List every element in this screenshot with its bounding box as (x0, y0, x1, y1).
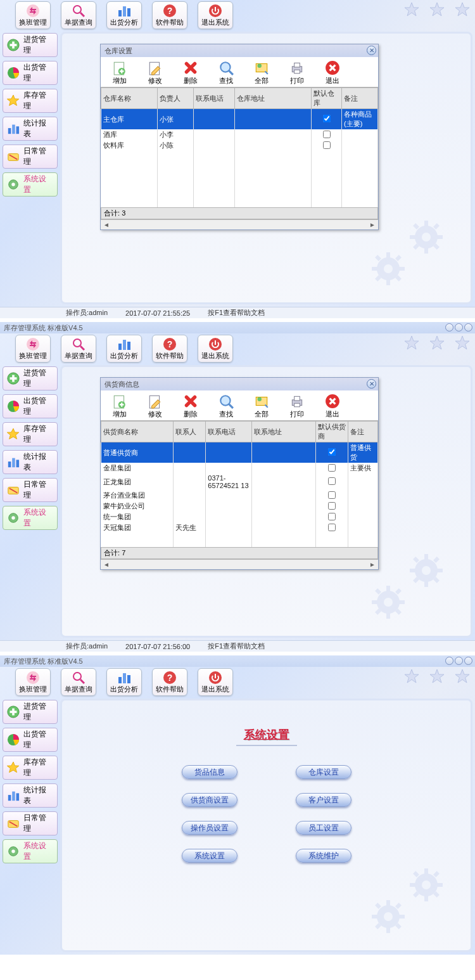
sidebar-item-stock[interactable]: 库存管理 (3, 422, 58, 446)
toolbar-doc-query[interactable]: 单据查询 (61, 335, 96, 363)
sidebar-item-report[interactable]: 统计报表 (3, 450, 58, 474)
warehouse-table[interactable]: 仓库名称负责人联系电话仓库地址默认仓库备注主仓库小张各种商品(主要)酒库小李饮料… (101, 87, 378, 207)
sidebar-item-inbound[interactable]: 进货管理 (3, 366, 58, 390)
dialog-tool-del[interactable]: 删除 (177, 393, 205, 419)
close-button[interactable] (464, 657, 472, 665)
settings-btn-operator-set[interactable]: 操作员设置 (182, 821, 238, 835)
column-header[interactable]: 联系电话 (206, 422, 252, 442)
column-header[interactable]: 联系地址 (252, 422, 316, 442)
column-header[interactable]: 负责人 (157, 88, 193, 109)
maximize-button[interactable] (455, 657, 463, 665)
sidebar-item-outbound[interactable]: 出货管理 (3, 728, 58, 752)
dialog-tool-add[interactable]: 增加 (106, 60, 134, 86)
sidebar-item-daily[interactable]: 日常管理 (3, 145, 58, 169)
sidebar-item-inbound[interactable]: 进货管理 (3, 33, 58, 57)
dialog-tool-find[interactable]: 查找 (212, 60, 240, 86)
default-checkbox[interactable] (328, 448, 336, 456)
table-row[interactable]: 普通供货商普通供货 (101, 442, 378, 463)
dialog-close-button[interactable]: ✕ (367, 46, 376, 55)
default-checkbox[interactable] (328, 464, 336, 472)
toolbar-exit[interactable]: 退出系统 (198, 1, 233, 29)
column-header[interactable]: 仓库名称 (101, 88, 158, 109)
default-checkbox[interactable] (328, 513, 336, 520)
dialog-tool-find[interactable]: 查找 (212, 393, 240, 419)
minimize-button[interactable] (445, 323, 453, 332)
sidebar-item-report[interactable]: 统计报表 (3, 783, 58, 808)
toolbar-exit[interactable]: 退出系统 (198, 668, 233, 696)
sidebar-item-outbound[interactable]: 出货管理 (3, 394, 58, 418)
table-row[interactable]: 主仓库小张各种商品(主要) (101, 109, 378, 130)
toolbar-doc-query[interactable]: 单据查询 (61, 1, 96, 29)
settings-btn-goods-info[interactable]: 货品信息 (182, 765, 238, 779)
sidebar-item-daily[interactable]: 日常管理 (3, 811, 58, 835)
supplier-table[interactable]: 供货商名称联系人联系电话联系地址默认供货商备注普通供货商普通供货金星集团主要供正… (101, 420, 378, 547)
default-checkbox[interactable] (323, 141, 331, 149)
sidebar-item-daily[interactable]: 日常管理 (3, 478, 58, 502)
dialog-tool-all[interactable]: 全部 (248, 393, 276, 419)
sidebar-item-system-settings[interactable]: 系统设置 (3, 172, 58, 197)
toolbar-shift-mgmt[interactable]: 换班管理 (15, 668, 51, 696)
column-header[interactable]: 联系电话 (193, 88, 235, 109)
horizontal-scrollbar[interactable]: ◄► (101, 559, 378, 569)
table-row[interactable]: 茅台酒业集团 (101, 490, 378, 501)
default-checkbox[interactable] (328, 502, 336, 510)
default-checkbox[interactable] (328, 491, 336, 499)
toolbar-ship-analysis[interactable]: 出货分析 (106, 1, 142, 29)
table-row[interactable]: 酒库小李 (101, 129, 378, 140)
close-button[interactable] (464, 323, 472, 332)
table-row[interactable]: 蒙牛奶业公司 (101, 501, 378, 512)
settings-btn-warehouse-set[interactable]: 仓库设置 (296, 765, 352, 779)
table-row[interactable]: 天冠集团天先生 (101, 522, 378, 533)
column-header[interactable]: 供货商名称 (101, 422, 174, 442)
column-header[interactable]: 默认仓库 (312, 88, 342, 109)
sidebar-item-inbound[interactable]: 进货管理 (3, 700, 58, 724)
toolbar-help[interactable]: 软件帮助 (152, 335, 187, 363)
toolbar-ship-analysis[interactable]: 出货分析 (106, 335, 142, 363)
maximize-button[interactable] (455, 323, 463, 332)
table-row[interactable]: 饮料库小陈 (101, 140, 378, 151)
toolbar-doc-query[interactable]: 单据查询 (61, 668, 96, 696)
column-header[interactable]: 联系人 (174, 422, 206, 442)
dialog-tool-print[interactable]: 打印 (283, 393, 311, 419)
sidebar-item-stock[interactable]: 库存管理 (3, 89, 58, 113)
default-checkbox[interactable] (323, 131, 331, 138)
toolbar-shift-mgmt[interactable]: 换班管理 (15, 1, 51, 29)
dialog-tool-add[interactable]: 增加 (106, 393, 134, 419)
dialog-tool-all[interactable]: 全部 (248, 60, 276, 86)
settings-btn-system-maint[interactable]: 系统维护 (296, 849, 352, 863)
settings-btn-system-set[interactable]: 系统设置 (182, 849, 238, 863)
dialog-tool-close[interactable]: 退出 (319, 393, 346, 419)
toolbar-shift-mgmt[interactable]: 换班管理 (15, 335, 51, 363)
sidebar-item-system-settings[interactable]: 系统设置 (3, 506, 58, 530)
column-header[interactable]: 备注 (348, 422, 378, 442)
dialog-tool-del[interactable]: 删除 (177, 60, 205, 86)
sidebar-item-stock[interactable]: 库存管理 (3, 756, 58, 780)
settings-btn-staff-set[interactable]: 员工设置 (296, 821, 352, 835)
column-header[interactable]: 仓库地址 (235, 88, 312, 109)
settings-btn-customer-set[interactable]: 客户设置 (296, 793, 352, 807)
settings-btn-supplier-set[interactable]: 供货商设置 (182, 793, 238, 807)
default-checkbox[interactable] (323, 115, 331, 122)
table-row[interactable]: 金星集团主要供 (101, 463, 378, 474)
column-header[interactable]: 备注 (342, 88, 378, 109)
sidebar-item-system-settings[interactable]: 系统设置 (3, 839, 58, 863)
dialog-tool-edit[interactable]: 修改 (141, 393, 169, 419)
dialog-tool-close[interactable]: 退出 (319, 60, 346, 86)
exit-icon (208, 671, 222, 685)
sidebar-item-outbound[interactable]: 出货管理 (3, 61, 58, 85)
table-row[interactable]: 正龙集团0371-65724521 13 (101, 474, 378, 490)
default-checkbox[interactable] (328, 477, 336, 485)
default-checkbox[interactable] (328, 524, 336, 531)
toolbar-help[interactable]: 软件帮助 (152, 1, 187, 29)
toolbar-ship-analysis[interactable]: 出货分析 (106, 668, 142, 696)
toolbar-help[interactable]: 软件帮助 (152, 668, 187, 696)
horizontal-scrollbar[interactable]: ◄► (101, 219, 378, 229)
table-row[interactable]: 统一集团 (101, 512, 378, 522)
dialog-close-button[interactable]: ✕ (367, 379, 376, 389)
toolbar-exit[interactable]: 退出系统 (198, 335, 233, 363)
sidebar-item-report[interactable]: 统计报表 (3, 117, 58, 141)
dialog-tool-edit[interactable]: 修改 (141, 60, 169, 86)
dialog-tool-print[interactable]: 打印 (283, 60, 311, 86)
column-header[interactable]: 默认供货商 (315, 422, 348, 442)
minimize-button[interactable] (445, 657, 453, 665)
